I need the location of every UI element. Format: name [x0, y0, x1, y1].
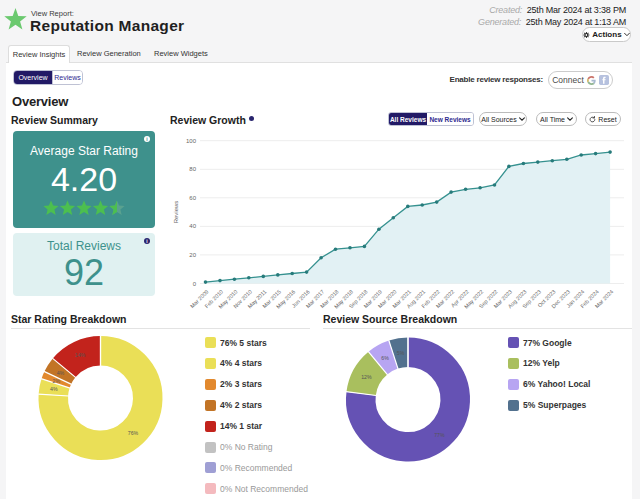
svg-text:5%: 5%	[397, 350, 405, 356]
svg-text:12%: 12%	[361, 374, 372, 380]
svg-text:14%: 14%	[75, 352, 86, 358]
svg-text:77%: 77%	[434, 432, 445, 438]
svg-text:76%: 76%	[128, 430, 139, 436]
svg-text:100: 100	[186, 138, 197, 144]
svg-text:20: 20	[189, 252, 196, 258]
svg-text:Reviews: Reviews	[173, 201, 179, 224]
svg-text:40: 40	[189, 223, 196, 229]
svg-text:4%: 4%	[50, 386, 58, 392]
svg-text:60: 60	[189, 195, 196, 201]
svg-text:4%: 4%	[57, 370, 65, 376]
svg-text:2%: 2%	[53, 378, 61, 384]
svg-text:80: 80	[189, 166, 196, 172]
svg-text:6%: 6%	[381, 355, 389, 361]
svg-text:0: 0	[193, 281, 197, 287]
